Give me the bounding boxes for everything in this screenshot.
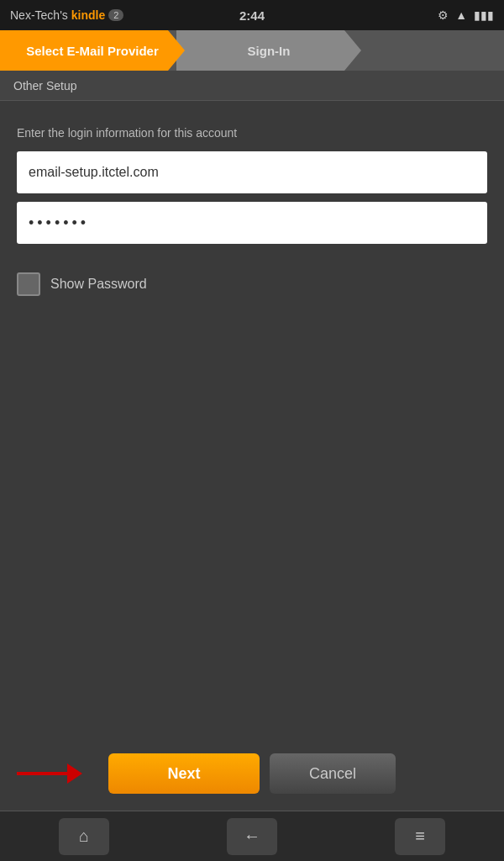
breadcrumb-step-1-label: Select E-Mail Provider bbox=[26, 44, 159, 58]
show-password-row: Show Password bbox=[17, 272, 487, 296]
arrow-indicator bbox=[17, 763, 82, 784]
other-setup-label: Other Setup bbox=[13, 79, 77, 92]
back-icon: ← bbox=[244, 827, 260, 846]
bottom-buttons-area: Next Cancel bbox=[0, 743, 504, 804]
status-icons: ⚙ ▲ ▮▮▮ bbox=[438, 8, 494, 22]
device-name: Nex-Tech's kindle 2 bbox=[10, 8, 123, 22]
notification-badge: 2 bbox=[108, 9, 123, 21]
breadcrumb-step-2[interactable]: Sign-In bbox=[176, 30, 361, 71]
arrow-head bbox=[67, 763, 82, 784]
password-input[interactable] bbox=[17, 202, 487, 244]
menu-icon: ≡ bbox=[415, 827, 425, 846]
arrow-line bbox=[17, 772, 67, 775]
breadcrumb-step-2-label: Sign-In bbox=[248, 44, 291, 58]
email-input[interactable] bbox=[17, 151, 487, 193]
home-icon: ⌂ bbox=[79, 827, 89, 846]
status-bar: Nex-Tech's kindle 2 2:44 ⚙ ▲ ▮▮▮ bbox=[0, 0, 504, 30]
next-button[interactable]: Next bbox=[108, 753, 260, 794]
other-setup-bar: Other Setup bbox=[0, 71, 504, 101]
back-button[interactable]: ← bbox=[227, 818, 277, 855]
main-content: Enter the login information for this acc… bbox=[0, 101, 504, 296]
cancel-button[interactable]: Cancel bbox=[270, 753, 396, 794]
brand-prefix: Nex-Tech's bbox=[10, 8, 68, 22]
wifi-icon: ▲ bbox=[455, 8, 467, 22]
form-instruction: Enter the login information for this acc… bbox=[17, 126, 487, 140]
menu-button[interactable]: ≡ bbox=[395, 818, 445, 855]
show-password-checkbox[interactable] bbox=[17, 272, 40, 296]
battery-icon: ▮▮▮ bbox=[474, 8, 494, 22]
home-button[interactable]: ⌂ bbox=[59, 818, 109, 855]
settings-icon: ⚙ bbox=[438, 8, 449, 22]
bottom-nav: ⌂ ← ≡ bbox=[0, 811, 504, 861]
breadcrumb-nav: Select E-Mail Provider Sign-In bbox=[0, 30, 504, 71]
show-password-label: Show Password bbox=[50, 277, 147, 292]
breadcrumb-step-1[interactable]: Select E-Mail Provider bbox=[0, 30, 185, 71]
status-time: 2:44 bbox=[239, 8, 265, 23]
brand-kindle: kindle bbox=[71, 8, 105, 22]
